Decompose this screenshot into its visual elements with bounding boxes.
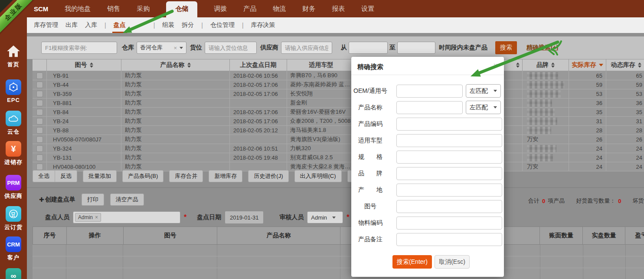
product-name-match-select[interactable]: 左匹配 bbox=[466, 101, 501, 114]
table-row[interactable]: YB-881 助力泵 新金刚 36 36 bbox=[33, 98, 644, 108]
nav-product[interactable]: 产品 bbox=[243, 5, 256, 13]
table-row[interactable]: YB-24 助力泵 2018-02-05 17:06 众泰2008，T200，5… bbox=[33, 117, 644, 126]
header-code[interactable]: 图号 bbox=[47, 59, 121, 71]
supplier-input[interactable] bbox=[281, 42, 332, 54]
header-last-date[interactable]: 上次盘点日期 bbox=[230, 59, 287, 71]
cell-dynamic: 28 bbox=[606, 126, 644, 135]
row-checkbox[interactable] bbox=[36, 82, 43, 88]
product-code-input[interactable] bbox=[396, 118, 502, 131]
row-checkbox[interactable] bbox=[36, 91, 43, 97]
drawing-no-input[interactable] bbox=[396, 200, 502, 213]
row-checkbox[interactable] bbox=[36, 72, 43, 79]
remove-tag-icon[interactable]: × bbox=[95, 214, 98, 220]
oem-input[interactable] bbox=[396, 85, 463, 98]
table-row[interactable]: YB-359 助力泵 2018-02-05 17:06 长安悦翔 53 53 bbox=[33, 89, 644, 98]
cell-actual: 36 bbox=[569, 98, 606, 107]
auditor-select[interactable]: Admin bbox=[307, 211, 343, 223]
brand-input[interactable] bbox=[396, 167, 502, 180]
header-brand[interactable]: 品牌 bbox=[523, 59, 569, 71]
header-dynamic-stock[interactable]: 动态库存 bbox=[606, 59, 644, 71]
required-mark: * bbox=[184, 213, 186, 221]
product-name-input[interactable] bbox=[396, 101, 463, 114]
row-checkbox[interactable] bbox=[36, 164, 43, 170]
nav-transfer[interactable]: 调拨 bbox=[214, 5, 227, 13]
sidebar-item-home[interactable]: 首页 bbox=[0, 43, 27, 69]
table-row[interactable]: YB-91 助力泵 2018-02-06 10:56 奔腾B70，马6 B90 … bbox=[33, 71, 644, 80]
advanced-search-link[interactable]: 精确搜索(+) bbox=[526, 44, 559, 52]
vehicle-input[interactable] bbox=[396, 134, 502, 147]
row-checkbox[interactable] bbox=[36, 136, 43, 143]
taker-input[interactable]: Admin × bbox=[73, 211, 180, 223]
row-checkbox[interactable] bbox=[36, 145, 43, 152]
search-button[interactable]: 搜索 bbox=[495, 41, 517, 54]
table-row[interactable]: YB-88 助力泵 2018-02-05 20:12 海马福美来1.8 28 2… bbox=[33, 126, 644, 135]
table-row[interactable]: YB-44 助力泵 2018-02-05 17:06 菱帅-东南菱帅菱帅 蓝… … bbox=[33, 80, 644, 89]
header-actual-stock[interactable]: 实际库存 bbox=[569, 59, 606, 71]
select-all-button[interactable]: 全选 bbox=[33, 170, 55, 182]
clear-icon[interactable]: × bbox=[173, 45, 177, 51]
subnav-inventory-mgmt[interactable]: 库存管理 bbox=[34, 21, 58, 29]
date-from-input[interactable] bbox=[349, 42, 388, 54]
table-row[interactable]: HV0508-070/080J7 助力泵 黄海旗胜V3(柴油版) 万安 26 2… bbox=[33, 135, 644, 144]
clear-products-button[interactable]: 清空产品 bbox=[110, 194, 144, 206]
table-row[interactable]: YB-324 助力泵 2018-02-06 10:51 力帆320 24 24 bbox=[33, 144, 644, 153]
subnav-inbound[interactable]: 入库 bbox=[85, 21, 97, 29]
material-code-input[interactable] bbox=[396, 217, 502, 230]
close-icon[interactable]: × bbox=[493, 61, 498, 70]
nav-report[interactable]: 报表 bbox=[332, 5, 345, 13]
in-out-detail-button[interactable]: 出入库明细(C) bbox=[294, 170, 342, 182]
modal-search-button[interactable]: 搜索(Enter) bbox=[392, 255, 432, 269]
nav-purchase[interactable]: 采购 bbox=[137, 5, 150, 13]
remark-input[interactable] bbox=[396, 233, 502, 246]
sidebar-item-supplier[interactable]: PRM 供应商 bbox=[0, 175, 27, 200]
sidebar-item-customer[interactable]: CRM 客户 bbox=[0, 236, 27, 262]
slot-input[interactable] bbox=[205, 42, 257, 54]
subnav-outbound[interactable]: 出库 bbox=[65, 21, 78, 29]
origin-input[interactable] bbox=[396, 184, 502, 197]
price-history-button[interactable]: 历史进价(J) bbox=[248, 170, 288, 182]
subnav-assemble[interactable]: 组装 bbox=[162, 21, 174, 29]
invert-selection-button[interactable]: 反选 bbox=[55, 170, 77, 182]
table-row[interactable]: YB-131 助力泵 2018-02-05 19:48 别克君威GL8 2.5 … bbox=[33, 153, 644, 162]
subnav-slot-mgmt[interactable]: 仓位管理 bbox=[210, 21, 235, 29]
table-row[interactable]: YB-84 助力泵 2018-02-05 17:06 爱丽舍16V-爱丽舍16V… bbox=[33, 108, 644, 117]
batch-add-button[interactable]: 批量添加 bbox=[83, 170, 117, 182]
sidebar-item-invoicing[interactable]: ¥ 进销存 bbox=[0, 141, 27, 166]
plus-icon: ✚ bbox=[39, 196, 44, 203]
row-checkbox[interactable] bbox=[36, 154, 43, 161]
date-to-input[interactable] bbox=[397, 42, 435, 54]
row-checkbox[interactable] bbox=[36, 100, 43, 106]
fuzzy-search-input[interactable] bbox=[41, 42, 117, 54]
row-checkbox[interactable] bbox=[36, 109, 43, 115]
subnav-split[interactable]: 拆分 bbox=[182, 21, 194, 29]
merge-stock-button[interactable]: 库存合并 bbox=[169, 170, 203, 182]
stocktake-date-input[interactable]: 2019-01-31 bbox=[225, 211, 264, 224]
warehouse-select[interactable]: 香河仓库 × bbox=[137, 42, 186, 54]
new-stock-button[interactable]: 新增库存 bbox=[209, 170, 242, 182]
nav-my-area[interactable]: 我的地盘 bbox=[65, 5, 91, 13]
create-stocktake-button[interactable]: ✚ 创建盘点单 bbox=[39, 196, 75, 204]
oem-match-select[interactable]: 左匹配 bbox=[466, 84, 501, 98]
cell-date: 2018-02-06 10:56 bbox=[230, 71, 287, 80]
sidebar-item-cloud-warehouse[interactable]: 云仓 bbox=[0, 111, 27, 136]
nav-settings[interactable]: 设置 bbox=[361, 5, 374, 13]
row-checkbox[interactable] bbox=[36, 127, 43, 134]
barcode-button[interactable]: 产品条码(B) bbox=[122, 170, 163, 182]
nav-logistics[interactable]: 物流 bbox=[273, 5, 286, 13]
nav-sales[interactable]: 销售 bbox=[107, 5, 120, 13]
nav-finance[interactable]: 财务 bbox=[302, 5, 315, 13]
nav-warehouse[interactable]: 仓储 bbox=[166, 1, 197, 17]
chevron-down-icon bbox=[494, 106, 497, 108]
header-vehicle[interactable]: 适用车型 bbox=[287, 59, 356, 71]
print-button[interactable]: 打印 bbox=[82, 194, 104, 206]
sidebar-item-cloud-order[interactable]: 云订货 bbox=[0, 206, 27, 231]
date-label: 盘点日期 bbox=[197, 213, 221, 221]
sidebar-item-epc[interactable]: EPC bbox=[0, 79, 27, 103]
modal-cancel-button[interactable]: 取消(Esc) bbox=[435, 255, 470, 269]
row-checkbox[interactable] bbox=[36, 118, 43, 125]
header-name[interactable]: 产品名称 bbox=[121, 59, 230, 71]
subnav-stocktake[interactable]: 盘点 bbox=[114, 21, 126, 29]
sidebar-item-partner[interactable]: ∞ bbox=[0, 268, 27, 279]
spec-input[interactable] bbox=[396, 151, 502, 164]
subnav-decision[interactable]: 库存决策 bbox=[251, 21, 275, 29]
